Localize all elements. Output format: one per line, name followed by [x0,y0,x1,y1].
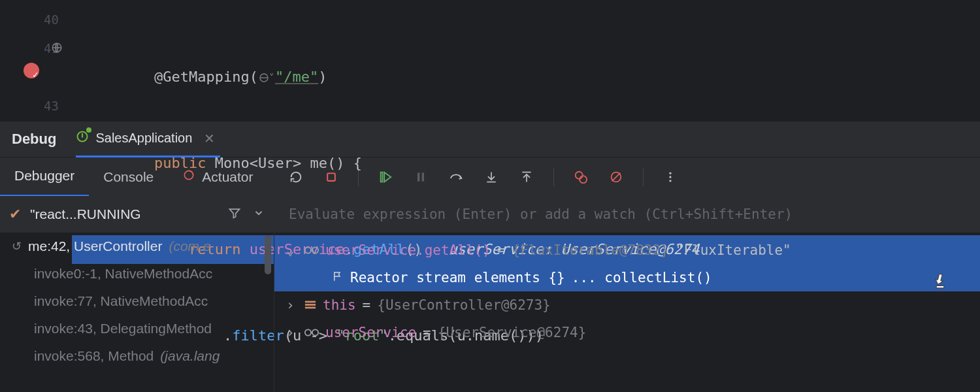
svg-point-19 [305,329,311,335]
thread-name: "react...RUNNING [30,206,219,222]
svg-point-15 [312,247,318,253]
expand-icon[interactable]: ⌄ [286,242,298,258]
breakpoint-verified-icon: ✓ [33,60,38,89]
editor-gutter: 40 41 43 ✓ [0,0,72,121]
code-line[interactable]: public Mono<User> me() { [72,149,980,178]
frames-list[interactable]: ↺ me:42, UserController (com.e invoke0:-… [0,233,274,392]
field-icon [304,297,316,313]
drop-frame-icon[interactable]: ↺ [12,239,22,253]
watch-icon [304,242,319,258]
svg-rect-16 [305,301,316,303]
svg-point-20 [312,329,318,335]
svg-rect-17 [305,304,316,306]
line-number: 40 [0,5,59,34]
url-nav-icon[interactable]: ˅ [258,71,275,84]
check-icon: ✔ [9,206,21,223]
code-line[interactable]: @GetMapping(˅"/me") [72,63,980,91]
svg-rect-18 [305,307,316,309]
reactor-stream-node[interactable]: Reactor stream elements {} ... collectLi… [274,264,980,291]
web-endpoint-icon[interactable] [51,35,63,63]
spring-boot-icon [76,130,89,146]
svg-point-14 [305,247,311,253]
flag-icon [332,270,344,286]
stack-frame[interactable]: ↺ me:42, UserController (com.e [0,233,274,260]
watch-icon [304,325,319,340]
stack-frame[interactable]: invoke:568, Method (java.lang [0,342,274,370]
expand-icon[interactable]: › [286,297,298,313]
filter-icon[interactable] [228,206,241,223]
stack-frame[interactable]: invoke:43, DelegatingMethod [0,315,274,342]
line-number: 41 [0,34,59,63]
thread-selector[interactable]: ✔ "react...RUNNING [0,196,274,233]
expand-icon[interactable]: › [286,325,298,340]
code-editor[interactable]: 40 41 43 ✓ @GetMapping(˅"/me") public Mo… [0,0,980,121]
stack-frame[interactable]: invoke:77, NativeMethodAcc [0,287,274,315]
line-number: 43 [0,91,59,120]
collect-list-hint[interactable]: ... collectList() [572,270,712,286]
dropdown-icon[interactable] [253,206,265,223]
variable-this[interactable]: › this = {UserController@6273} [274,291,980,319]
frames-panel: ✔ "react...RUNNING ↺ me:42, UserControll… [0,196,274,392]
variables-tree[interactable]: ⌄ userService.getAll() = {FluxIterable@7… [274,233,980,392]
debug-title: Debug [12,131,56,148]
code-area[interactable]: @GetMapping(˅"/me") public Mono<User> me… [72,0,980,121]
scrollbar[interactable] [265,235,271,274]
variable-userservice[interactable]: › userService = {UserService@6274} [274,319,980,346]
stack-frame[interactable]: invoke0:-1, NativeMethodAcc [0,260,274,287]
watch-expression[interactable]: ⌄ userService.getAll() = {FluxIterable@7… [274,237,980,264]
